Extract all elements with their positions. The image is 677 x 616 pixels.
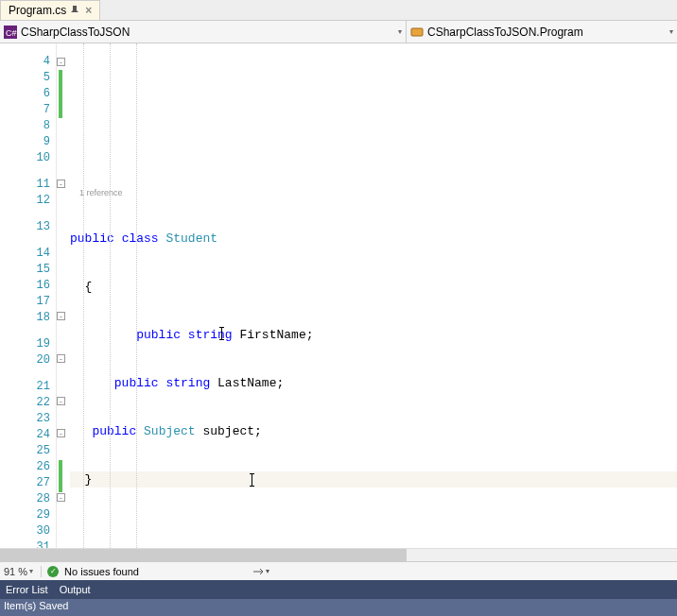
chevron-down-icon: ▾ [29, 567, 33, 575]
fold-icon[interactable]: - [57, 397, 65, 405]
text-cursor-icon [252, 473, 252, 487]
chevron-down-icon: ▾ [398, 27, 402, 36]
tab-error-list[interactable]: Error List [6, 584, 48, 595]
text-cursor-icon [221, 327, 222, 340]
split-view-icon[interactable]: ▾ [249, 566, 273, 577]
nav-project-label: CSharpClassToJSON [21, 26, 130, 39]
status-footer: Item(s) Saved [0, 599, 677, 616]
bottom-tool-tabs: Error List Output [0, 580, 677, 599]
code-area[interactable]: 1 reference public class Student { publi… [70, 43, 677, 548]
issues-label[interactable]: No issues found [64, 566, 139, 577]
fold-icon[interactable]: - [57, 312, 65, 320]
zoom-level[interactable]: 91 % ▾ [4, 566, 42, 577]
svg-text:C#: C# [6, 28, 17, 38]
line-number-gutter: 4 5 6 7 8 9 10 11 12 13 14 15 16 17 18 1… [0, 43, 57, 548]
tab-program-cs[interactable]: Program.cs × [0, 0, 100, 20]
pin-icon[interactable] [70, 6, 79, 15]
navigation-bar: C# CSharpClassToJSON ▾ CSharpClassToJSON… [0, 21, 677, 43]
csharp-project-icon: C# [4, 26, 17, 39]
nav-project-dropdown[interactable]: C# CSharpClassToJSON ▾ [0, 21, 407, 43]
tab-filename: Program.cs [9, 4, 66, 17]
fold-icon[interactable]: - [57, 180, 65, 188]
fold-icon[interactable]: - [57, 429, 65, 437]
svg-rect-2 [411, 28, 423, 36]
class-icon [410, 26, 424, 39]
chevron-down-icon: ▾ [669, 27, 673, 36]
nav-class-label: CSharpClassToJSON.Program [427, 26, 583, 39]
editor-margin: - - - - - - - [57, 43, 70, 548]
close-icon[interactable]: × [85, 4, 92, 17]
code-editor[interactable]: 4 5 6 7 8 9 10 11 12 13 14 15 16 17 18 1… [0, 43, 677, 548]
document-tab-bar: Program.cs × [0, 0, 677, 21]
fold-icon[interactable]: - [57, 58, 65, 66]
tab-output[interactable]: Output [60, 584, 91, 595]
codelens-reference[interactable]: 1 reference [70, 188, 677, 198]
horizontal-scrollbar[interactable] [0, 548, 677, 561]
status-bar: 91 % ▾ ✓ No issues found ▾ [0, 561, 677, 580]
fold-icon[interactable]: - [57, 493, 65, 502]
fold-icon[interactable]: - [57, 354, 65, 363]
nav-class-dropdown[interactable]: CSharpClassToJSON.Program ▾ [407, 21, 677, 43]
check-circle-icon: ✓ [47, 566, 59, 577]
footer-message: Item(s) Saved [4, 600, 68, 611]
